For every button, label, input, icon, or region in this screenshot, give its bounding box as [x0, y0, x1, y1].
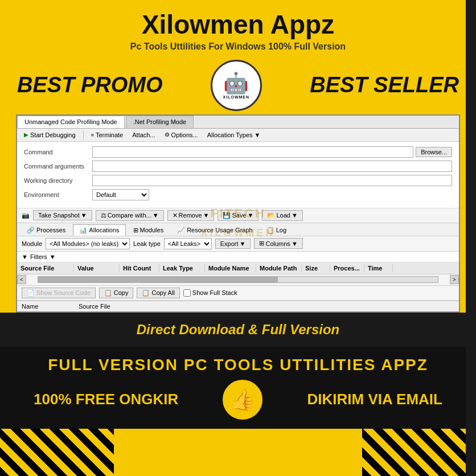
separator [83, 130, 84, 139]
filters-dropdown-icon: ▼ [50, 253, 56, 260]
promo-bar: BEST PROMO 🤖 XILOWMEN BEST SELLER [0, 56, 476, 114]
page-wrapper: Xilowmen Appz Pc Tools Uttilities For Wi… [0, 0, 476, 476]
th-leak-type: Leak Type [159, 264, 205, 272]
command-args-input[interactable] [92, 161, 452, 172]
th-time: Time [364, 264, 393, 272]
processes-icon: 🔗 [27, 227, 35, 234]
browse-button[interactable]: Browse... [416, 147, 452, 157]
export-dropdown-icon: ▼ [240, 240, 246, 247]
scroll-right-arrow[interactable]: > [450, 275, 459, 284]
th-source-file: Source File [17, 264, 74, 272]
working-dir-label: Working directory [24, 177, 92, 184]
dropdown-arrow-icon: ▼ [292, 212, 298, 219]
module-filter-select[interactable]: <All Modules> (no leaks) [46, 238, 130, 249]
camera-icon: 📷 [22, 212, 30, 219]
stop-icon: ■ [91, 132, 94, 138]
nav-tabs-row: 🔗 Processes 📊 Allocations ⊞ Modules 📈 Re… [17, 223, 459, 236]
footer-source-file: Source File [79, 303, 454, 310]
module-filter-label: Module [22, 240, 42, 247]
bottom-toolbar: 📄 Show Source Code 📋 Copy 📋 Copy All Sho… [17, 286, 459, 301]
app-screenshot: FITECH XILOWMEN Unmanaged Code Profiling… [16, 114, 460, 313]
scroll-track[interactable] [38, 276, 438, 283]
load-icon: 📂 [267, 212, 275, 219]
footer-row: Name Source File [17, 301, 459, 311]
app-subtitle: Pc Tools Uttilities For Windows 100% Ful… [11, 42, 465, 52]
options-button[interactable]: ⚙ Options... [161, 130, 202, 139]
attach-button[interactable]: Attach... [129, 130, 158, 139]
tab-unmanaged[interactable]: Unmanaged Code Profiling Mode [17, 116, 125, 128]
leak-type-select[interactable]: <All Leaks> [164, 238, 212, 249]
dropdown-arrow-icon: ▼ [153, 212, 159, 219]
logo-robot-icon: 🤖 [223, 71, 249, 95]
th-hit-count: Hit Count [120, 264, 159, 272]
logo-text: XILOWMEN [223, 95, 250, 99]
command-args-row: Command arguments [24, 161, 452, 172]
footer-name: Name [22, 303, 79, 310]
source-code-icon: 📄 [27, 289, 35, 297]
tab-dotnet[interactable]: .Net Profiling Mode [126, 116, 194, 128]
copy-all-icon: 📋 [142, 289, 150, 297]
header: Xilowmen Appz Pc Tools Uttilities For Wi… [0, 0, 476, 56]
th-module-name: Module Name [205, 264, 256, 272]
tab-allocations[interactable]: 📊 Allocations [73, 224, 125, 236]
tab-processes[interactable]: 🔗 Processes [20, 224, 72, 236]
filters-label: Filters [30, 253, 47, 260]
play-icon: ▶ [24, 132, 28, 138]
terminate-button[interactable]: ■ Terminate [88, 130, 127, 139]
dropdown-arrow-icon: ▼ [255, 132, 261, 138]
tab-modules[interactable]: ⊞ Modules [127, 224, 170, 236]
bottom-section: FULL VERSION PC TOOLS UTTILITIES APPZ 10… [0, 347, 476, 429]
working-dir-input[interactable] [92, 175, 452, 186]
copy-all-button[interactable]: 📋 Copy All [137, 288, 179, 298]
working-dir-row: Working directory [24, 175, 452, 186]
tab-log[interactable]: 📋 Log [260, 224, 293, 236]
horizontal-scrollbar[interactable]: < > [17, 274, 459, 286]
right-border-accent [466, 0, 476, 476]
remove-icon: ✕ [173, 212, 178, 219]
profiling-tabs: Unmanaged Code Profiling Mode .Net Profi… [17, 116, 459, 129]
th-value: Value [74, 264, 120, 272]
dropdown-arrow-icon: ▼ [81, 212, 87, 219]
snapshot-bar: 📷 Take Snapshot ▼ ⚖ Compare with... ▼ ✕ … [17, 208, 459, 223]
show-source-code-button[interactable]: 📄 Show Source Code [22, 288, 96, 298]
take-snapshot-button[interactable]: Take Snapshot ▼ [33, 210, 92, 220]
command-args-label: Command arguments [24, 163, 92, 170]
leak-type-label: Leak type [133, 240, 161, 247]
copy-button[interactable]: 📋 Copy [99, 288, 134, 298]
command-input[interactable] [92, 146, 413, 158]
filter-bar: Module <All Modules> (no leaks) Leak typ… [17, 236, 459, 252]
show-full-stack-checkbox[interactable]: Show Full Stack [183, 289, 237, 297]
load-button[interactable]: 📂 Load ▼ [262, 210, 302, 221]
tab-resource-usage[interactable]: 📈 Resource Usage Graph [171, 224, 259, 236]
app-title: Xilowmen Appz [11, 10, 465, 39]
th-module-path: Module Path [256, 264, 302, 272]
email-text: DIKIRIM VIA EMAIL [307, 391, 442, 408]
show-full-stack-input[interactable] [183, 289, 191, 297]
logo: 🤖 XILOWMEN [211, 60, 262, 111]
environment-select[interactable]: Default [92, 189, 149, 200]
copy-icon: 📋 [104, 289, 112, 297]
scroll-left-arrow[interactable]: < [17, 275, 26, 284]
dropdown-arrow-icon: ▼ [248, 212, 254, 219]
dropdown-arrow-icon: ▼ [203, 212, 210, 219]
allocation-types-button[interactable]: Allocation Types ▼ [204, 130, 264, 139]
columns-dropdown-icon: ▼ [292, 240, 298, 247]
environment-row: Environment Default [24, 189, 452, 200]
command-row: Command Browse... [24, 146, 452, 158]
download-text: Direct Download & Full Version [11, 322, 465, 338]
start-debug-button[interactable]: ▶ Start Debugging [20, 130, 79, 139]
modules-icon: ⊞ [133, 227, 138, 234]
filters-row: ▼ Filters ▼ [17, 252, 459, 262]
columns-icon: ⊞ [259, 240, 264, 247]
save-button[interactable]: 💾 Save ▼ [218, 210, 258, 221]
save-icon: 💾 [223, 212, 231, 219]
export-button[interactable]: Export ▼ [215, 239, 251, 249]
compare-button[interactable]: ⚖ Compare with... ▼ [96, 210, 164, 221]
columns-button[interactable]: ⊞ Columns ▼ [254, 238, 302, 249]
best-promo-label: BEST PROMO [17, 73, 162, 97]
log-icon: 📋 [266, 227, 274, 234]
options-icon: ⚙ [165, 132, 170, 138]
best-seller-label: BEST SELLER [310, 73, 459, 97]
command-label: Command [24, 149, 92, 155]
remove-button[interactable]: ✕ Remove ▼ [167, 210, 215, 221]
